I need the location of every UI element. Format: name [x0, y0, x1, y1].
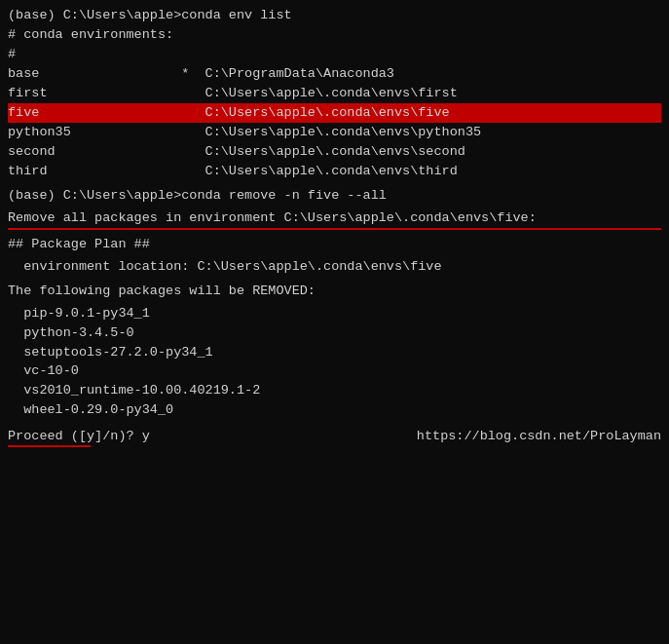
- env-second-line: second C:\Users\apple\.conda\envs\second: [8, 142, 661, 162]
- pkg6-line: wheel-0.29.0-py34_0: [8, 400, 661, 420]
- following-line: The following packages will be REMOVED:: [8, 282, 661, 301]
- blog-url: https://blog.csdn.net/ProLayman: [417, 427, 661, 446]
- env-python35-line: python35 C:\Users\apple\.conda\envs\pyth…: [8, 123, 661, 142]
- proceed-line: Proceed ([y]/n)? y https://blog.csdn.net…: [8, 427, 661, 446]
- env-base-line: base * C:\ProgramData\Anaconda3: [8, 64, 661, 84]
- header2-line: #: [8, 45, 661, 64]
- pkg5-line: vs2010_runtime-10.00.40219.1-2: [8, 381, 661, 400]
- terminal-window: (base) C:\Users\apple>conda env list # c…: [0, 0, 669, 644]
- proceed-text: Proceed ([y]/n)? y: [8, 427, 150, 446]
- env-location-line: environment location: C:\Users\apple\.co…: [8, 257, 661, 277]
- pkg1-line: pip-9.0.1-py34_1: [8, 304, 661, 323]
- pkg-plan-line: ## Package Plan ##: [8, 235, 661, 254]
- cmd2-line: (base) C:\Users\apple>conda remove -n fi…: [8, 186, 661, 206]
- env-first-line: first C:\Users\apple\.conda\envs\first: [8, 84, 661, 103]
- pkg4-line: vc-10-0: [8, 361, 661, 381]
- pkg3-line: setuptools-27.2.0-py34_1: [8, 343, 661, 362]
- pkg2-line: python-3.4.5-0: [8, 323, 661, 343]
- header1-line: # conda environments:: [8, 25, 661, 45]
- env-five-line: five C:\Users\apple\.conda\envs\five: [8, 103, 661, 123]
- remove-msg-line: Remove all packages in environment C:\Us…: [8, 208, 661, 230]
- env-third-line: third C:\Users\apple\.conda\envs\third: [8, 162, 661, 181]
- cmd1-line: (base) C:\Users\apple>conda env list: [8, 6, 661, 25]
